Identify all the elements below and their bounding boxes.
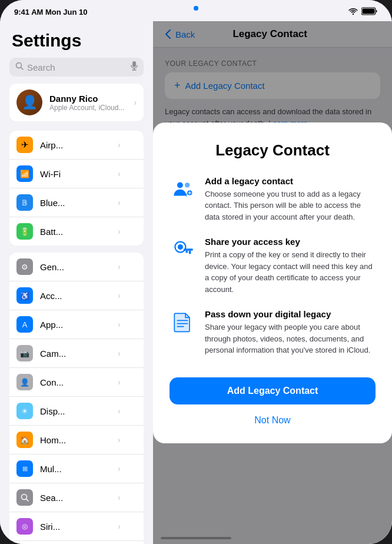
svg-rect-19 xyxy=(189,251,191,254)
sidebar: Settings Search 👤 Danny Rico Apple Acco xyxy=(0,21,153,544)
chevron-right-icon: › xyxy=(118,406,121,416)
sidebar-section-connectivity: ✈ Airp... › 📶 Wi-Fi › 𝔹 Blue... › 🔋 Batt… xyxy=(9,131,144,246)
chevron-right-icon: › xyxy=(118,291,121,300)
sidebar-item-search[interactable]: Sea... › xyxy=(9,483,144,512)
status-icons xyxy=(348,7,378,17)
sidebar-section-apps: ⚙ Gen... › ♿ Acc... › A App... › 📷 Cam..… xyxy=(9,253,144,544)
document-icon xyxy=(170,309,195,335)
sidebar-item-label: Siri... xyxy=(40,522,111,532)
modal-feature-text-add-legacy: Add a legacy contact Choose someone you … xyxy=(205,176,376,223)
user-profile-row[interactable]: 👤 Danny Rico Apple Account, iCloud... › xyxy=(9,84,144,121)
modal-not-now-button[interactable]: Not Now xyxy=(170,412,376,429)
sidebar-item-camera[interactable]: 📷 Cam... › xyxy=(9,339,144,368)
sidebar-item-label: Cam... xyxy=(40,349,111,359)
status-time: 9:41 AM Mon Jun 10 xyxy=(14,8,88,16)
sidebar-title: Settings xyxy=(0,21,153,55)
sidebar-item-accessibility[interactable]: ♿ Acc... › xyxy=(9,281,144,310)
people-icon xyxy=(170,176,195,202)
sidebar-item-label: Blue... xyxy=(40,198,111,208)
appstore-icon: A xyxy=(16,316,33,333)
siri-icon: ◎ xyxy=(16,518,33,535)
svg-point-17 xyxy=(178,244,183,250)
user-name: Danny Rico xyxy=(49,94,127,104)
chevron-right-icon: › xyxy=(118,320,121,329)
modal-feature-text-share-key: Share your access key Print a copy of th… xyxy=(205,237,376,295)
general-icon: ⚙ xyxy=(16,258,33,275)
key-icon xyxy=(170,237,195,263)
search-placeholder: Search xyxy=(27,62,127,72)
chevron-right-icon: › xyxy=(118,198,121,207)
sidebar-item-label: Mul... xyxy=(40,464,111,474)
chevron-right-icon: › xyxy=(118,522,121,531)
wifi-icon xyxy=(348,8,358,16)
sidebar-item-label: Con... xyxy=(40,377,111,387)
sidebar-item-display[interactable]: ☀ Disp... › xyxy=(9,397,144,426)
sidebar-item-siri[interactable]: ◎ Siri... › xyxy=(9,512,144,541)
sidebar-item-bluetooth[interactable]: 𝔹 Blue... › xyxy=(9,188,144,217)
modal-title: Legacy Contact xyxy=(170,141,376,160)
user-info: Danny Rico Apple Account, iCloud... xyxy=(49,94,127,112)
chevron-right-icon: › xyxy=(118,377,121,387)
search-icon xyxy=(15,62,24,72)
multitasking-icon: ⊞ xyxy=(16,460,33,477)
modal-feature-digital-legacy: Pass down your digital legacy Share your… xyxy=(170,309,376,356)
svg-rect-5 xyxy=(132,61,136,67)
chevron-right-icon: › xyxy=(118,140,121,150)
svg-rect-20 xyxy=(185,251,188,253)
modal-card: Legacy Contact xyxy=(153,122,392,443)
svg-rect-18 xyxy=(184,248,193,251)
modal-feature-share-key: Share your access key Print a copy of th… xyxy=(170,237,376,295)
chevron-right-icon: › xyxy=(118,169,121,178)
sidebar-item-wifi[interactable]: 📶 Wi-Fi › xyxy=(9,160,144,188)
chevron-right-icon: › xyxy=(118,262,121,271)
sidebar-item-label: Wi-Fi xyxy=(40,169,111,179)
battery-settings-icon: 🔋 xyxy=(16,223,33,240)
sidebar-item-label: Sea... xyxy=(40,493,111,503)
chevron-right-icon: › xyxy=(118,464,121,473)
sidebar-item-label: Airp... xyxy=(40,140,111,150)
dot-indicator xyxy=(194,6,198,11)
status-bar: 9:41 AM Mon Jun 10 xyxy=(0,0,392,21)
accessibility-icon: ♿ xyxy=(16,287,33,304)
search-bar[interactable]: Search xyxy=(9,58,144,77)
chevron-right-icon: › xyxy=(118,493,121,502)
modal-overlay: Legacy Contact xyxy=(153,21,392,544)
sidebar-item-battery[interactable]: 🔋 Batt... › xyxy=(9,217,144,246)
modal-add-legacy-button[interactable]: Add Legacy Contact xyxy=(170,377,376,404)
ipad-frame: 9:41 AM Mon Jun 10 Settings Search xyxy=(0,0,392,544)
airplane-icon: ✈ xyxy=(16,137,33,153)
sidebar-item-general[interactable]: ⚙ Gen... › xyxy=(9,253,144,281)
svg-point-12 xyxy=(185,183,190,187)
contacts-icon: 👤 xyxy=(16,374,33,390)
user-sub: Apple Account, iCloud... xyxy=(49,104,127,112)
sidebar-item-label: Disp... xyxy=(40,406,111,416)
svg-line-9 xyxy=(26,499,29,502)
sidebar-item-label: App... xyxy=(40,320,111,330)
svg-point-0 xyxy=(353,13,354,14)
sidebar-item-wallpaper[interactable]: 🖼 Wallpaper › xyxy=(9,541,144,544)
chevron-right-icon: › xyxy=(134,98,137,107)
sidebar-item-contacts[interactable]: 👤 Con... › xyxy=(9,368,144,397)
sidebar-item-airplane[interactable]: ✈ Airp... › xyxy=(9,131,144,160)
battery-icon xyxy=(361,7,378,17)
bluetooth-icon: 𝔹 xyxy=(16,194,33,211)
wifi-settings-icon: 📶 xyxy=(16,165,33,182)
sidebar-item-label: Acc... xyxy=(40,291,111,301)
sidebar-item-multitasking[interactable]: ⊞ Mul... › xyxy=(9,455,144,483)
sidebar-item-label: Batt... xyxy=(40,227,111,237)
modal-feature-add-legacy: Add a legacy contact Choose someone you … xyxy=(170,176,376,223)
sidebar-item-label: Hom... xyxy=(40,435,111,445)
main-content: Settings Search 👤 Danny Rico Apple Acco xyxy=(0,21,392,544)
mic-icon xyxy=(131,61,138,73)
chevron-right-icon: › xyxy=(118,227,121,236)
sidebar-item-label: Gen... xyxy=(40,262,111,272)
svg-rect-2 xyxy=(363,8,375,14)
detail-panel: Back Legacy Contact YOUR LEGACY CONTACT … xyxy=(153,21,392,544)
sidebar-item-home[interactable]: 🏠 Hom... › xyxy=(9,426,144,455)
camera-icon: 📷 xyxy=(16,345,33,361)
chevron-right-icon: › xyxy=(118,435,121,445)
chevron-right-icon: › xyxy=(118,349,121,358)
home-icon: 🏠 xyxy=(16,432,33,448)
sidebar-item-appstore[interactable]: A App... › xyxy=(9,310,144,339)
svg-point-11 xyxy=(177,182,183,188)
